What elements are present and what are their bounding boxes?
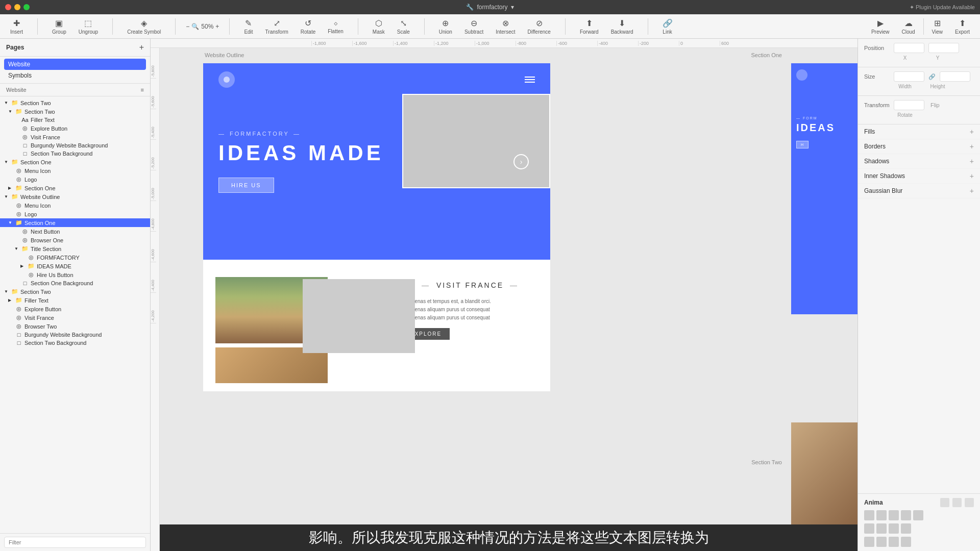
- layer-explore-button[interactable]: ◎ Explore Button: [0, 124, 150, 133]
- zoom-plus-button[interactable]: +: [215, 23, 219, 30]
- layer-section-one-background[interactable]: □ Section One Background: [0, 279, 150, 287]
- shadows-prop[interactable]: Shadows +: [858, 154, 980, 169]
- anima-tool-7[interactable]: [876, 523, 887, 534]
- anima-tool-13[interactable]: [901, 537, 911, 547]
- hire-us-button[interactable]: HIRE US: [218, 178, 274, 193]
- fullscreen-button[interactable]: [23, 4, 30, 10]
- create-symbol-button[interactable]: ◈ Create Symbol: [123, 16, 165, 37]
- difference-button[interactable]: ⊘ Difference: [524, 16, 555, 37]
- inner-shadows-prop[interactable]: Inner Shadows +: [858, 169, 980, 184]
- flatten-button[interactable]: ⬦ Flatten: [324, 16, 348, 36]
- layer-section-two-bg[interactable]: □ Section Two Background: [0, 149, 150, 158]
- layer-filler-text[interactable]: Aa Filler Text: [0, 116, 150, 124]
- add-page-button[interactable]: +: [139, 43, 144, 52]
- layer-browser-one[interactable]: ◎ Browser One: [0, 236, 150, 244]
- layer-formfactory[interactable]: ◎ FORMFACTORY: [0, 253, 150, 262]
- anima-control-3[interactable]: [965, 498, 974, 507]
- rotate-input[interactable]: [894, 100, 924, 110]
- fills-add-icon[interactable]: +: [970, 128, 974, 136]
- borders-prop[interactable]: Borders +: [858, 139, 980, 154]
- backward-button[interactable]: ⬇ Backward: [607, 16, 638, 37]
- shadows-add-icon[interactable]: +: [970, 157, 974, 165]
- layer-section-one-sub[interactable]: ▶ 📁 Section One: [0, 184, 150, 192]
- intersect-button[interactable]: ⊗ Intersect: [492, 16, 519, 37]
- layer-filler-text-2[interactable]: ▶ 📁 Filler Text: [0, 296, 150, 305]
- layer-next-button[interactable]: ◎ Next Button: [0, 227, 150, 236]
- layer-section-two-bottom[interactable]: ▼ 📁 Section Two: [0, 287, 150, 296]
- link-button[interactable]: 🔗 Link: [658, 16, 677, 37]
- anima-tool-4[interactable]: [901, 510, 911, 520]
- layer-logo-2[interactable]: ◎ Logo: [0, 210, 150, 218]
- borders-add-icon[interactable]: +: [970, 142, 974, 151]
- next-button[interactable]: ›: [513, 154, 529, 169]
- layer-menu-icon-2[interactable]: ◎ Menu Icon: [0, 201, 150, 210]
- layer-website-outline[interactable]: ▼ 📁 Website Outline: [0, 192, 150, 201]
- layers-settings-icon[interactable]: ≡: [141, 87, 144, 93]
- layer-burgundy-bg-2[interactable]: □ Burgundy Website Background: [0, 331, 150, 339]
- gaussian-blur-prop[interactable]: Gaussian Blur +: [858, 184, 980, 198]
- zoom-minus-button[interactable]: −: [186, 23, 189, 30]
- edit-button[interactable]: ✎ Edit: [240, 16, 257, 37]
- y-input[interactable]: [928, 43, 959, 53]
- fills-prop[interactable]: Fills +: [858, 124, 980, 139]
- cloud-button[interactable]: ☁ Cloud: [897, 16, 919, 37]
- layer-hire-us-button[interactable]: ◎ Hire Us Button: [0, 270, 150, 279]
- layer-browser-two[interactable]: ◎ Browser Two: [0, 322, 150, 331]
- canvas-content: Website Outline Section One: [160, 48, 857, 551]
- minimize-button[interactable]: [14, 4, 20, 10]
- insert-button[interactable]: ✚ Insert: [6, 16, 27, 37]
- size-section: Size 🔗 Width Height: [858, 67, 980, 96]
- ungroup-button[interactable]: ⬚ Ungroup: [75, 16, 102, 37]
- union-button[interactable]: ⊕ Union: [435, 16, 456, 37]
- anima-tool-9[interactable]: [901, 523, 911, 534]
- export-button[interactable]: ⬆ Export: [951, 16, 974, 37]
- transform-button[interactable]: ⤢ Transform: [261, 16, 292, 37]
- anima-tool-1[interactable]: [864, 510, 874, 520]
- anima-tool-10[interactable]: [864, 537, 874, 547]
- anima-tool-3[interactable]: [889, 510, 899, 520]
- layer-menu-icon[interactable]: ◎ Menu Icon: [0, 166, 150, 175]
- anima-tool-12[interactable]: [889, 537, 899, 547]
- anima-control-1[interactable]: [940, 498, 949, 507]
- scale-button[interactable]: ⤡ Scale: [393, 16, 414, 37]
- x-input[interactable]: [894, 43, 924, 53]
- close-button[interactable]: [5, 4, 11, 10]
- lock-icon[interactable]: 🔗: [928, 73, 936, 80]
- layer-section-one-active[interactable]: ▼ 📁 Section One: [0, 218, 150, 227]
- anima-tool-2[interactable]: [876, 510, 887, 520]
- height-input[interactable]: [940, 71, 970, 82]
- frame2-title: IDEAS: [796, 122, 852, 134]
- layer-burgundy-bg[interactable]: □ Burgundy Website Background: [0, 141, 150, 149]
- canvas[interactable]: Website Outline Section One: [160, 48, 857, 551]
- layer-ideas-made[interactable]: ▶ 📁 IDEAS MADE: [0, 262, 150, 270]
- layer-section-two-bg-2[interactable]: □ Section Two Background: [0, 339, 150, 347]
- anima-tool-8[interactable]: [889, 523, 899, 534]
- page-item-website[interactable]: Website: [4, 59, 146, 70]
- view-button[interactable]: ⊞ View: [928, 16, 947, 37]
- page-item-symbols[interactable]: Symbols: [4, 70, 146, 81]
- anima-control-2[interactable]: [952, 498, 962, 507]
- layer-visit-france[interactable]: ◎ Visit France: [0, 133, 150, 141]
- forward-button[interactable]: ⬆ Forward: [576, 16, 603, 37]
- layer-section-two-sub[interactable]: ▼ 📁 Section Two: [0, 107, 150, 116]
- plugin-update-notice[interactable]: ✦ Plugin Update Available: [910, 4, 975, 11]
- anima-tool-5[interactable]: [913, 510, 923, 520]
- layer-title-section[interactable]: ▼ 📁 Title Section: [0, 244, 150, 253]
- subtract-button[interactable]: ⊖ Subtract: [460, 16, 487, 37]
- layer-section-one[interactable]: ▼ 📁 Section One: [0, 158, 150, 166]
- inner-shadows-add-icon[interactable]: +: [970, 172, 974, 180]
- width-input[interactable]: [894, 71, 924, 82]
- layer-explore-button-2[interactable]: ◎ Explore Button: [0, 305, 150, 313]
- layer-logo[interactable]: ◎ Logo: [0, 175, 150, 184]
- anima-tool-6[interactable]: [864, 523, 874, 534]
- layer-section-two-top[interactable]: ▼ 📁 Section Two: [0, 98, 150, 107]
- group-button[interactable]: ▣ Group: [48, 16, 70, 37]
- gaussian-blur-add-icon[interactable]: +: [970, 187, 974, 195]
- filter-input[interactable]: [4, 537, 146, 548]
- mask-button[interactable]: ⬡ Mask: [369, 16, 389, 37]
- frame2-hire-button[interactable]: H: [796, 141, 808, 148]
- layer-visit-france-2[interactable]: ◎ Visit France: [0, 313, 150, 322]
- preview-button[interactable]: ▶ Preview: [867, 16, 894, 37]
- rotate-button[interactable]: ↺ Rotate: [297, 16, 320, 37]
- anima-tool-11[interactable]: [876, 537, 887, 547]
